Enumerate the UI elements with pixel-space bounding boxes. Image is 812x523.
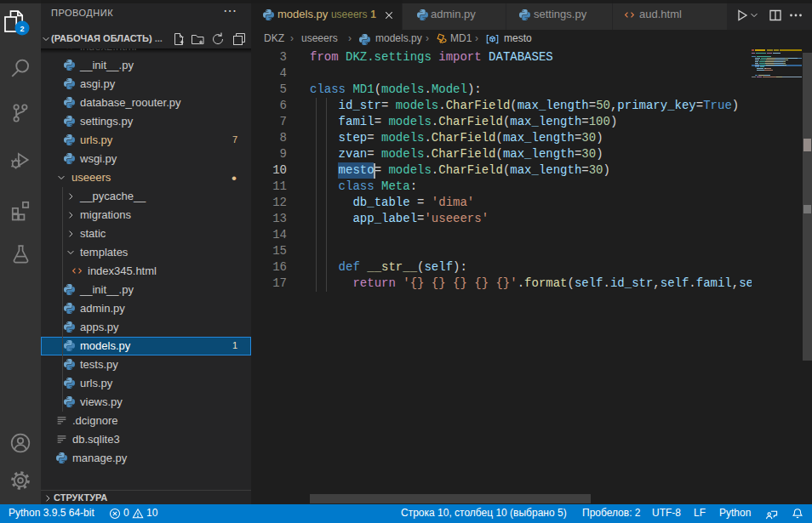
svg-text:2: 2 <box>20 25 24 33</box>
